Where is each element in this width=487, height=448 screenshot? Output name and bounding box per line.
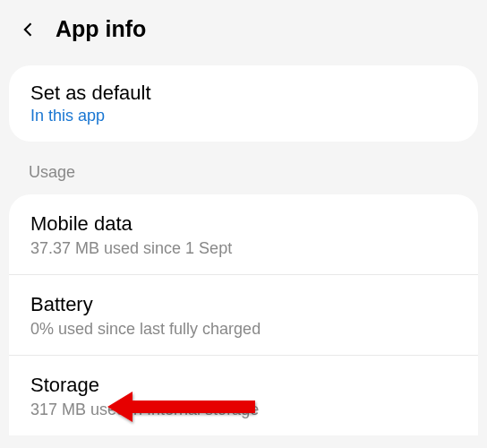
battery-item[interactable]: Battery 0% used since last fully charged <box>9 275 478 356</box>
set-as-default-link: In this app <box>30 107 457 125</box>
storage-title: Storage <box>30 374 457 397</box>
set-as-default-title: Set as default <box>30 82 457 105</box>
battery-sub: 0% used since last fully charged <box>30 320 457 339</box>
page-title: App info <box>56 16 146 42</box>
back-icon[interactable] <box>18 19 39 40</box>
storage-sub: 317 MB used in Internal storage <box>30 401 457 419</box>
mobile-data-title: Mobile data <box>30 212 457 236</box>
mobile-data-sub: 37.37 MB used since 1 Sept <box>30 239 457 258</box>
header: App info <box>0 0 487 58</box>
default-card[interactable]: Set as default In this app <box>9 65 478 142</box>
usage-section-header: Usage <box>0 142 487 191</box>
storage-item[interactable]: Storage 317 MB used in Internal storage <box>9 356 478 435</box>
battery-title: Battery <box>30 293 457 316</box>
usage-card: Mobile data 37.37 MB used since 1 Sept B… <box>9 194 478 435</box>
mobile-data-item[interactable]: Mobile data 37.37 MB used since 1 Sept <box>9 194 478 275</box>
set-as-default-item[interactable]: Set as default In this app <box>9 65 478 142</box>
